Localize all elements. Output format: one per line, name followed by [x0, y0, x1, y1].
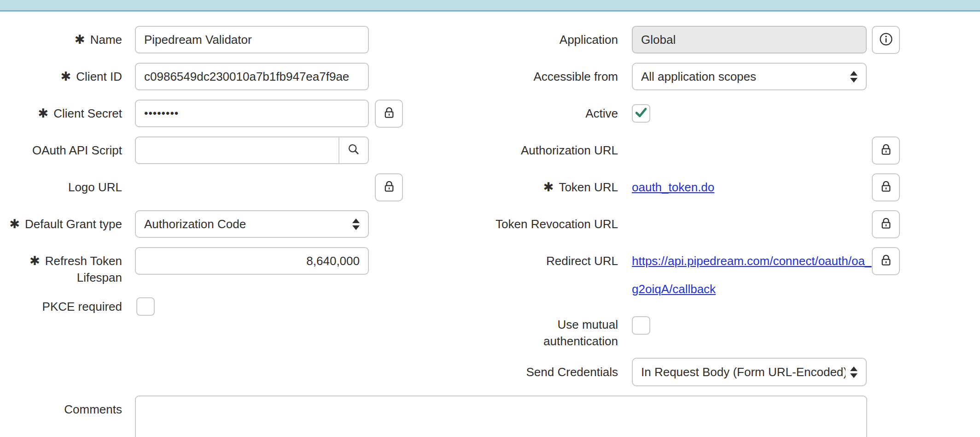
checkmark-icon — [633, 105, 649, 122]
token-revocation-url-label: Token Revocation URL — [461, 210, 618, 238]
token-revocation-url-lock-button[interactable] — [872, 210, 900, 238]
send-credentials-label: Send Credentials — [461, 358, 618, 386]
use-mutual-authentication-checkbox[interactable] — [632, 316, 650, 335]
redirect-url-link-line1: https://api.pipedream.com/connect/oauth/… — [632, 247, 871, 275]
application-info-button[interactable] — [872, 26, 900, 54]
oauth-api-script-label-text: OAuth API Script — [32, 143, 122, 158]
accessible-from-label: Accessible from — [461, 63, 618, 90]
comments-textarea[interactable] — [135, 396, 867, 437]
search-icon — [347, 142, 361, 158]
required-icon: ✱ — [75, 32, 85, 47]
application-label-text: Application — [560, 33, 618, 47]
lock-icon — [879, 143, 893, 158]
accessible-from-select[interactable]: All application scopes — [632, 63, 867, 90]
logo-url-label: Logo URL — [0, 173, 122, 201]
required-icon: ✱ — [543, 180, 554, 195]
authorization-url-label-text: Authorization URL — [521, 143, 618, 158]
default-grant-type-label: ✱ Default Grant type — [0, 210, 122, 238]
token-url-linkbox: oauth_token.do — [632, 173, 714, 201]
info-icon — [879, 32, 893, 48]
name-label-text: Name — [90, 33, 122, 47]
pkce-required-label: PKCE required — [0, 293, 122, 320]
redirect-url-label: Redirect URL — [461, 247, 618, 275]
token-url-label: ✱ Token URL — [461, 173, 618, 201]
refresh-token-lifespan-label-line2: Lifespan — [77, 269, 122, 286]
required-icon: ✱ — [29, 254, 40, 268]
client-id-label: ✱ Client ID — [0, 63, 122, 90]
logo-url-label-text: Logo URL — [68, 180, 122, 195]
application-label: Application — [461, 26, 618, 53]
form-header-bar — [0, 0, 980, 12]
active-label-text: Active — [585, 106, 618, 121]
select-arrows-icon — [850, 366, 858, 378]
name-label: ✱ Name — [0, 26, 122, 53]
client-id-input[interactable] — [135, 63, 369, 90]
lock-icon — [382, 180, 396, 195]
application-value: Global — [641, 33, 676, 47]
token-url-lock-button[interactable] — [872, 173, 900, 201]
required-icon: ✱ — [9, 217, 20, 231]
default-grant-type-select[interactable]: Authorization Code — [135, 210, 369, 238]
accessible-from-label-text: Accessible from — [534, 70, 618, 84]
client-secret-label-text: Client Secret — [53, 106, 122, 121]
oauth-api-script-lookup-button[interactable] — [338, 137, 368, 163]
application-readonly-field: Global — [632, 26, 867, 53]
default-grant-type-label-text: Default Grant type — [25, 217, 122, 231]
client-id-label-text: Client ID — [76, 70, 122, 84]
refresh-token-lifespan-label: ✱Refresh Token Lifespan — [0, 249, 122, 289]
authorization-url-label: Authorization URL — [461, 136, 618, 164]
comments-label-text: Comments — [64, 402, 122, 417]
oauth-api-script-reference-field — [135, 136, 369, 164]
use-mutual-authentication-label: Use mutual authentication — [461, 316, 618, 349]
send-credentials-value: In Request Body (Form URL-Encoded) — [641, 365, 846, 379]
client-secret-input[interactable] — [135, 100, 369, 127]
default-grant-type-value: Authorization Code — [144, 217, 246, 231]
pkce-required-label-text: PKCE required — [42, 300, 122, 314]
redirect-url-label-text: Redirect URL — [546, 254, 618, 268]
token-url-link[interactable]: oauth_token.do — [632, 180, 714, 195]
name-input[interactable] — [135, 26, 369, 53]
lock-icon — [879, 217, 893, 232]
client-secret-label: ✱ Client Secret — [0, 100, 122, 127]
use-mutual-authentication-label-line1: Use mutual — [558, 316, 618, 333]
select-arrows-icon — [352, 218, 360, 230]
active-checkbox[interactable] — [632, 104, 650, 123]
select-arrows-icon — [850, 71, 858, 83]
oauth-api-script-label: OAuth API Script — [0, 136, 122, 164]
oauth-api-script-input[interactable] — [136, 137, 338, 163]
refresh-token-lifespan-label-line1: ✱Refresh Token — [29, 253, 122, 269]
required-icon: ✱ — [38, 106, 49, 121]
redirect-url-link-line2: g2oiqA/callback — [632, 275, 871, 303]
lock-icon — [879, 254, 893, 269]
redirect-url-lock-button[interactable] — [872, 247, 900, 275]
send-credentials-select[interactable]: In Request Body (Form URL-Encoded) — [632, 358, 867, 386]
accessible-from-value: All application scopes — [641, 70, 756, 84]
token-revocation-url-label-text: Token Revocation URL — [496, 217, 618, 231]
required-icon: ✱ — [61, 69, 71, 84]
active-label: Active — [461, 100, 618, 127]
lock-icon — [382, 106, 396, 121]
pkce-required-checkbox[interactable] — [136, 297, 155, 316]
token-url-label-text: Token URL — [559, 180, 618, 195]
lock-icon — [879, 180, 893, 195]
oauth-registry-form: ✱ Name ✱ Client ID ✱ Client Secret OAuth… — [0, 0, 980, 437]
comments-label: Comments — [0, 396, 122, 423]
send-credentials-label-text: Send Credentials — [526, 365, 618, 379]
use-mutual-authentication-label-line2: authentication — [543, 333, 618, 349]
refresh-token-lifespan-input[interactable] — [135, 247, 369, 275]
authorization-url-lock-button[interactable] — [872, 136, 900, 165]
logo-url-lock-button[interactable] — [375, 173, 403, 201]
redirect-url-link[interactable]: https://api.pipedream.com/connect/oauth/… — [632, 247, 871, 303]
client-secret-lock-button[interactable] — [375, 100, 403, 128]
